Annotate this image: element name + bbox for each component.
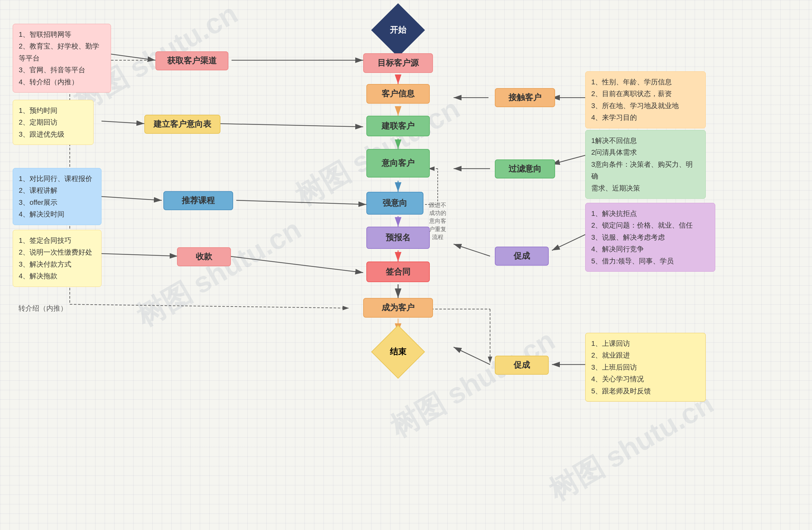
recommend-course-shape: 推荐课程: [163, 191, 233, 210]
potential-customer-label: 意向客户: [381, 158, 415, 168]
get-channel-label: 获取客户渠道: [167, 56, 217, 66]
watermark-5: 树图 shutu.cn: [542, 384, 720, 510]
sign-contract-shape: 签合同: [366, 262, 430, 282]
after-line-1: 1、上课回访: [591, 338, 700, 349]
recommend-line-4: 4、解决没时间: [19, 208, 96, 220]
contact-line-3: 3、所在地、学习地及就业地: [591, 100, 700, 112]
payment-line-3: 3、解决付款方式: [19, 258, 96, 270]
build-intention-label: 建立客户意向表: [154, 119, 211, 130]
svg-line-15: [110, 54, 156, 60]
watermark-3: 树图 shutu.cn: [129, 210, 308, 336]
become-customer-shape: 成为客户: [363, 298, 433, 318]
promote-line-2: 2、锁定问题：价格、就业、信任: [591, 219, 709, 231]
payment-label: 收款: [196, 251, 212, 262]
filter-line-4: 需求、近期决策: [591, 182, 700, 194]
intention-line-1: 1、预约时间: [19, 105, 88, 116]
get-channel-shape: 获取客户渠道: [156, 51, 228, 70]
after-customer-note: 1、上课回访 2、就业跟进 3、上班后回访 4、关心学习情况 5、跟老师及时反馈: [585, 333, 706, 402]
target-customer-label: 目标客户源: [377, 58, 419, 69]
promote2-shape: 促成: [495, 356, 549, 375]
channel-line-3: 3、官网、抖音等平台: [19, 64, 105, 76]
promote-line-5: 5、借力:领导、同事、学员: [591, 255, 709, 267]
filter-line-1: 1解决不回信息: [591, 135, 700, 146]
end-label: 结束: [390, 347, 406, 357]
pre-register-shape: 预报名: [366, 227, 430, 249]
channel-line-1: 1、智联招聘网等: [19, 29, 105, 40]
contact-customer-label: 接触客户: [508, 92, 541, 103]
svg-line-29: [453, 347, 490, 365]
filter-line-2: 2问清具体需求: [591, 146, 700, 158]
strong-intent-shape: 强意向: [366, 192, 423, 215]
build-intention-note: 1、预约时间 2、定期回访 3、跟进优先级: [13, 100, 93, 145]
strong-intent-label: 强意向: [382, 198, 407, 209]
payment-note: 1、签定合同技巧 2、说明一次性缴费好处 3、解决付款方式 4、解决拖款: [13, 230, 102, 287]
after-line-4: 4、关心学习情况: [591, 373, 700, 385]
contact-customer-shape: 接触客户: [495, 88, 555, 107]
contact-line-4: 4、来学习目的: [591, 112, 700, 123]
build-intention-shape: 建立客户意向表: [144, 115, 220, 134]
contact-line-1: 1、性别、年龄、学历信息: [591, 76, 700, 88]
end-shape: 结束: [371, 325, 425, 379]
recommend-course-label: 推荐课程: [182, 195, 215, 206]
promote2-label: 促成: [513, 360, 530, 370]
intention-line-3: 3、跟进优先级: [19, 128, 88, 140]
recommend-line-3: 3、offer展示: [19, 196, 96, 208]
svg-line-26: [552, 155, 585, 164]
channel-line-2: 2、教育宝、好学校、勤学等平台: [19, 40, 105, 64]
repeat-flow-label: 跟进不成功的意向客户重复流程: [425, 201, 450, 241]
payment-line-4: 4、解决拖款: [19, 270, 96, 282]
svg-line-28: [552, 235, 585, 250]
contact-line-2: 2、目前在离职状态，薪资: [591, 88, 700, 100]
svg-line-20: [236, 200, 366, 204]
sign-contract-label: 签合同: [386, 267, 410, 277]
filter-note: 1解决不回信息 2问清具体需求 3意向条件：决策者、购买力、明确 需求、近期决策: [585, 130, 706, 199]
intro-text: 转介绍（内推）: [18, 304, 67, 312]
filter-intent-shape: 过滤意向: [495, 160, 555, 178]
recommend-line-1: 1、对比同行、课程报价: [19, 173, 96, 185]
svg-line-17: [102, 121, 144, 123]
recommend-note: 1、对比同行、课程报价 2、课程讲解 3、offer展示 4、解决没时间: [13, 168, 102, 225]
contact-note: 1、性别、年龄、学历信息 2、目前在离职状态，薪资 3、所在地、学习地及就业地 …: [585, 71, 706, 128]
payment-line-2: 2、说明一次性缴费好处: [19, 246, 96, 258]
customer-info-shape: 客户信息: [366, 84, 430, 104]
filter-intent-label: 过滤意向: [508, 164, 541, 174]
svg-line-36: [70, 304, 349, 308]
recommend-line-2: 2、课程讲解: [19, 185, 96, 196]
pre-register-label: 预报名: [386, 232, 410, 243]
promote-label: 促成: [513, 251, 530, 262]
promote-line-1: 1、解决抗拒点: [591, 208, 709, 219]
promote-shape: 促成: [495, 247, 549, 266]
promote-line-4: 4、解决同行竞争: [591, 243, 709, 255]
potential-customer-shape: 意向客户: [366, 149, 430, 177]
after-line-2: 2、就业跟进: [591, 349, 700, 361]
build-customer-shape: 建联客户: [366, 116, 430, 136]
after-line-3: 3、上班后回访: [591, 362, 700, 373]
filter-line-3: 3意向条件：决策者、购买力、明确: [591, 159, 700, 182]
promote-line-3: 3、说服、解决考虑考虑: [591, 231, 709, 243]
customer-info-label: 客户信息: [381, 88, 415, 99]
intention-line-2: 2、定期回访: [19, 116, 88, 128]
start-label: 开始: [390, 25, 406, 35]
payment-shape: 收款: [177, 247, 231, 266]
svg-line-21: [102, 254, 178, 256]
svg-line-19: [102, 196, 162, 200]
start-shape: 开始: [371, 3, 425, 57]
flowchart: 树图 shutu.cn 树图 shutu.cn 树图 shutu.cn 树图 s…: [0, 0, 812, 530]
svg-line-27: [453, 244, 490, 256]
target-customer-shape: 目标客户源: [363, 53, 433, 73]
become-customer-label: 成为客户: [381, 303, 415, 313]
svg-line-18: [219, 123, 363, 127]
channel-line-4: 4、转介绍（内推）: [19, 76, 105, 88]
build-customer-label: 建联客户: [381, 121, 415, 132]
intro-note: 转介绍（内推）: [13, 298, 73, 319]
promote-note: 1、解决抗拒点 2、锁定问题：价格、就业、信任 3、说服、解决考虑考虑 4、解决…: [585, 203, 715, 272]
after-line-5: 5、跟老师及时反馈: [591, 385, 700, 397]
channel-sources-note: 1、智联招聘网等 2、教育宝、好学校、勤学等平台 3、官网、抖音等平台 4、转介…: [13, 24, 111, 92]
svg-line-22: [228, 256, 363, 273]
payment-line-1: 1、签定合同技巧: [19, 235, 96, 246]
